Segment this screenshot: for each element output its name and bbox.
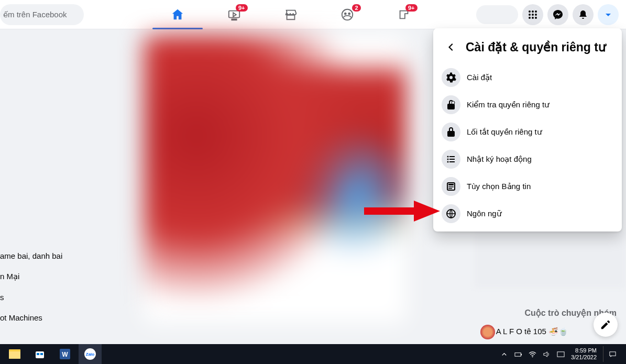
contact-avatar[interactable] <box>480 325 495 339</box>
svg-point-5 <box>535 10 537 13</box>
nav-tabs: 9+ 2 9+ <box>105 0 476 29</box>
svg-point-2 <box>348 12 350 15</box>
menu-label: Nhật ký hoạt động <box>467 155 532 164</box>
nav-right <box>476 4 619 25</box>
svg-point-8 <box>535 14 537 16</box>
menu-label: Ngôn ngữ <box>467 209 502 218</box>
grid-icon <box>528 9 538 20</box>
windows-taskbar: W Zalo 8:59 PM 3/21/2022 <box>0 344 626 364</box>
svg-point-9 <box>529 17 531 19</box>
taskbar-clock[interactable]: 8:59 PM 3/21/2022 <box>571 347 597 361</box>
svg-point-4 <box>532 10 534 13</box>
gaming-badge: 9+ <box>405 4 418 12</box>
watch-badge: 9+ <box>236 4 248 12</box>
svg-marker-25 <box>414 201 440 222</box>
svg-point-7 <box>532 14 534 16</box>
edit-icon <box>600 319 611 330</box>
menu-item-activity-log[interactable]: Nhật ký hoạt động <box>437 146 618 173</box>
menu-item-news-feed-prefs[interactable]: Tùy chọn Bảng tin <box>437 173 618 200</box>
svg-rect-22 <box>448 188 452 189</box>
svg-rect-39 <box>610 351 616 356</box>
top-nav: ếm trên Facebook 9+ 2 9+ <box>0 0 626 29</box>
explorer-icon <box>9 349 20 359</box>
svg-rect-16 <box>449 159 455 160</box>
clock-time: 8:59 PM <box>571 347 597 354</box>
taskbar-store[interactable] <box>28 344 51 364</box>
notifications-button[interactable] <box>573 4 594 25</box>
svg-rect-30 <box>40 353 43 355</box>
gear-icon <box>442 68 460 87</box>
svg-rect-29 <box>37 353 39 355</box>
tab-marketplace[interactable] <box>265 1 317 28</box>
svg-point-0 <box>342 9 352 19</box>
ime-icon[interactable] <box>557 350 565 358</box>
sidebar-item[interactable]: n Mại <box>0 272 62 281</box>
tab-groups[interactable]: 2 <box>321 1 374 28</box>
svg-point-6 <box>529 14 531 16</box>
svg-rect-36 <box>521 354 522 355</box>
svg-rect-38 <box>557 351 564 356</box>
search-input[interactable]: ếm trên Facebook <box>0 4 84 25</box>
arrow-left-icon <box>446 42 456 52</box>
messenger-icon <box>553 9 563 20</box>
word-icon: W <box>60 349 70 359</box>
back-button[interactable] <box>442 38 460 57</box>
svg-rect-21 <box>448 186 454 187</box>
svg-point-13 <box>447 156 449 158</box>
menu-button[interactable] <box>522 4 543 25</box>
svg-rect-18 <box>449 161 455 162</box>
groups-icon <box>341 8 354 21</box>
annotation-arrow <box>361 198 440 224</box>
svg-rect-27 <box>9 351 20 359</box>
clock-date: 3/21/2022 <box>571 354 597 361</box>
menu-item-privacy-checkup[interactable]: Kiểm tra quyền riêng tư <box>437 91 618 118</box>
menu-label: Cài đặt <box>467 73 492 82</box>
action-center[interactable] <box>603 346 622 362</box>
home-icon <box>171 8 184 21</box>
profile-chip[interactable] <box>476 5 518 24</box>
svg-point-3 <box>529 10 531 13</box>
svg-point-37 <box>532 356 533 357</box>
groups-badge: 2 <box>352 4 360 12</box>
settings-privacy-panel: Cài đặt & quyền riêng tư Cài đặt Kiểm tr… <box>433 28 622 231</box>
zalo-icon: Zalo <box>84 348 96 360</box>
svg-point-11 <box>535 17 537 19</box>
battery-icon[interactable] <box>514 350 522 358</box>
messenger-button[interactable] <box>547 4 568 25</box>
svg-text:Zalo: Zalo <box>86 352 95 357</box>
feed-icon <box>442 177 460 196</box>
store-icon <box>35 349 45 359</box>
globe-icon <box>442 204 460 223</box>
tab-home[interactable] <box>151 1 204 28</box>
svg-rect-20 <box>448 184 454 185</box>
sidebar-item[interactable]: s <box>0 293 62 302</box>
bell-icon <box>578 9 588 20</box>
volume-icon[interactable] <box>543 350 551 358</box>
sidebar-item[interactable]: ot Machines <box>0 313 62 322</box>
menu-label: Lối tắt quyền riêng tư <box>467 127 542 137</box>
svg-rect-35 <box>515 352 521 356</box>
system-tray: 8:59 PM 3/21/2022 <box>500 346 626 362</box>
contact-name[interactable]: A L F O tê 105 🍜🍵 <box>496 327 568 336</box>
chevron-up-icon[interactable] <box>500 350 508 358</box>
notification-icon <box>609 350 617 358</box>
compose-button[interactable] <box>594 313 618 337</box>
taskbar-word[interactable]: W <box>53 344 76 364</box>
taskbar-explorer[interactable] <box>3 344 26 364</box>
feed-content-blurred <box>144 35 406 323</box>
tab-watch[interactable]: 9+ <box>208 1 260 28</box>
taskbar-apps: W Zalo <box>3 344 102 364</box>
menu-item-settings[interactable]: Cài đặt <box>437 64 618 91</box>
tab-gaming[interactable]: 9+ <box>378 1 430 28</box>
svg-point-12 <box>452 101 455 104</box>
svg-point-15 <box>447 159 449 160</box>
marketplace-icon <box>284 8 298 21</box>
taskbar-zalo[interactable]: Zalo <box>79 344 102 364</box>
account-button[interactable] <box>598 4 619 25</box>
sidebar-item[interactable]: ame bai, danh bai <box>0 251 62 260</box>
menu-item-language[interactable]: Ngôn ngữ <box>437 200 618 227</box>
wifi-icon[interactable] <box>529 350 536 358</box>
menu-item-privacy-shortcuts[interactable]: Lối tắt quyền riêng tư <box>437 118 618 146</box>
menu-label: Kiểm tra quyền riêng tư <box>467 100 550 109</box>
svg-point-10 <box>532 17 534 19</box>
